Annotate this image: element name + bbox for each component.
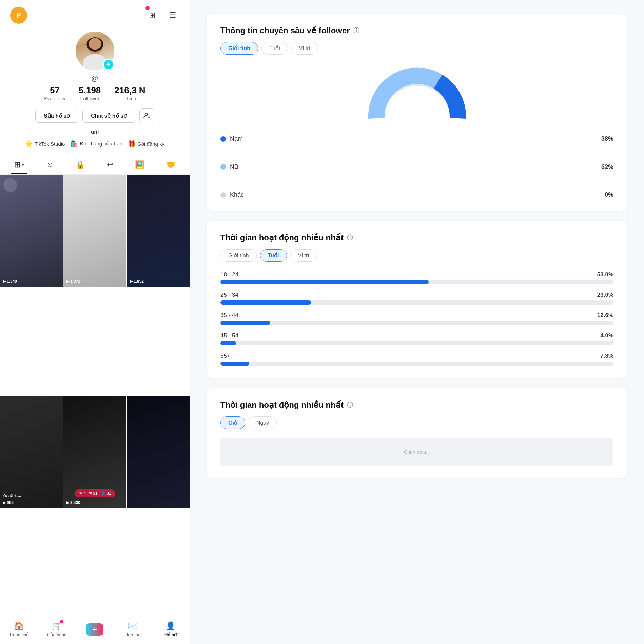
bar-track-25-34 [220, 300, 613, 305]
subscription-icon: 🎁 [128, 140, 135, 148]
nav-home[interactable]: 🏠 Trang chủ [5, 621, 33, 637]
share-icon: ↩ [107, 160, 113, 169]
follower-label: Follower [80, 96, 99, 101]
video-thumb-6[interactable] [127, 396, 190, 508]
activity-age-title: Thời gian hoạt động nhiều nhất ⓘ [220, 233, 613, 242]
tab-repost[interactable]: ☺ [43, 156, 57, 174]
bar-fill-25-34 [220, 300, 311, 305]
filter-day-tab[interactable]: Ngày [249, 416, 277, 429]
left-panel: P ⊞ ☰ + @ [0, 0, 190, 644]
info-icon-2: ⓘ [347, 234, 353, 242]
activity-gender-tab[interactable]: Giới tính [220, 249, 257, 262]
avatar-wrapper: + [75, 31, 115, 71]
male-label: Nam [230, 135, 243, 142]
avatar-plus-button[interactable]: + [103, 59, 114, 70]
bar-track-35-44 [220, 321, 613, 325]
follower-filter-tabs: Giới tính Tuổi Vị trí [220, 42, 613, 55]
studio-icon: ⭐ [25, 140, 33, 148]
activity-age-tab[interactable]: Tuổi [260, 249, 287, 262]
play-count-3: 1.852 [134, 279, 144, 284]
shop-icon-wrapper: 🛒 [52, 621, 62, 631]
age-header-45-54: 45 - 54 4.0% [220, 332, 613, 339]
top-bar-right: ⊞ ☰ [145, 8, 179, 22]
share-profile-button[interactable]: Chia sẻ hồ sơ [82, 109, 135, 123]
play-icon-3: ▶ [130, 279, 133, 284]
studio-label: TikTok Studio [35, 141, 65, 147]
follower-info-card: Thông tin chuyên sâu về follower ⓘ Giới … [207, 14, 627, 211]
action-buttons: Sửa hồ sơ Chia sẻ hồ sơ [35, 108, 154, 123]
menu-icon[interactable]: ☰ [166, 8, 179, 22]
activity-hours-title: Thời gian hoạt động nhiều nhất ⓘ [220, 400, 613, 410]
profile-icon: 👤 [165, 621, 176, 631]
overlay-views: 👁 7 [78, 491, 85, 496]
age-bar-18-24: 18 - 24 53.0% [220, 271, 613, 284]
tabs-row: ⊞ ▾ ☺ 🔒 ↩ 🖼️ 🤝 [0, 156, 190, 175]
repost-icon: ☺ [46, 160, 54, 169]
nav-inbox[interactable]: ✉️ Hộp thư [119, 621, 146, 637]
p-icon[interactable]: P [10, 7, 27, 24]
gender-legend: Nam 38% Nữ 62% Khác 0% [220, 135, 613, 198]
tiktok-studio-link[interactable]: ⭐ TikTok Studio [25, 140, 65, 148]
video-thumb-2[interactable]: ▶ 1.072 [63, 175, 126, 287]
filter-hour-tab[interactable]: Giờ [220, 416, 245, 429]
male-pct: 38% [601, 135, 613, 142]
photo-icon: 🖼️ [135, 160, 144, 169]
legend-other: Khác 0% [220, 191, 613, 198]
legend-male: Nam 38% [220, 135, 613, 142]
age-bar-55plus: 55+ 7.3% [220, 353, 613, 366]
age-header-55plus: 55+ 7.3% [220, 353, 613, 359]
subscription-link[interactable]: 🎁 Gói đăng ký [128, 140, 164, 148]
age-header-18-24: 18 - 24 53.0% [220, 271, 613, 278]
home-icon: 🏠 [14, 621, 24, 631]
likes-count: 216,3 N [114, 85, 145, 96]
calendar-icon[interactable]: ⊞ [145, 8, 159, 22]
female-dot [220, 164, 226, 170]
plus-button[interactable]: + [86, 623, 103, 636]
female-pct: 62% [601, 163, 613, 171]
overlay-likes: ❤ 91 [89, 491, 97, 496]
nav-shop[interactable]: 🛒 Cửa hàng [43, 621, 71, 637]
donut-chart [363, 64, 471, 125]
tab-photo[interactable]: 🖼️ [132, 156, 148, 174]
following-count: 57 [50, 85, 60, 96]
age-bar-25-34: 25 - 34 23.0% [220, 292, 613, 305]
filter-age-tab[interactable]: Tuổi [261, 42, 288, 55]
age-header-35-44: 35 - 44 12.6% [220, 312, 613, 319]
filter-gender-tab[interactable]: Giới tính [220, 42, 258, 55]
video-thumb-1[interactable]: ▶ 1.340 [0, 175, 63, 287]
tab-collab[interactable]: 🤝 [163, 156, 179, 174]
tab-share[interactable]: ↩ [103, 156, 116, 174]
other-dot [220, 192, 226, 198]
tab-private[interactable]: 🔒 [72, 156, 88, 174]
likes-label: Thích [123, 96, 136, 101]
bar-fill-18-24 [220, 280, 429, 284]
nav-plus[interactable]: + [81, 623, 108, 636]
hours-filter-tabs: Giờ Ngày [220, 416, 613, 429]
activity-hours-card: Thời gian hoạt động nhiều nhất ⓘ Giờ Ngà… [207, 388, 627, 478]
play-count-1: 1.340 [7, 279, 17, 284]
play-count-4: 955 [7, 500, 14, 505]
legend-divider-1 [220, 153, 613, 153]
video-thumb-5[interactable]: ▶ 3.430 👁 7 ❤ 91 👤 31 [63, 396, 126, 508]
tab-grid[interactable]: ⊞ ▾ [11, 156, 27, 174]
video-thumb-3[interactable]: ▶ 1.852 [127, 175, 190, 287]
other-label: Khác [230, 191, 244, 198]
nav-profile[interactable]: 👤 Hồ sơ [157, 621, 184, 637]
age-pct-45-54: 4.0% [600, 332, 613, 339]
follower-info-title: Thông tin chuyên sâu về follower ⓘ [220, 26, 613, 35]
activity-age-card: Thời gian hoạt động nhiều nhất ⓘ Giới tí… [207, 221, 627, 378]
collab-icon: 🤝 [166, 160, 175, 169]
age-pct-18-24: 53.0% [597, 271, 613, 278]
age-bar-45-54: 45 - 54 4.0% [220, 332, 613, 345]
activity-location-tab[interactable]: Vị trí [290, 249, 317, 262]
legend-male-left: Nam [220, 135, 243, 142]
legend-other-left: Khác [220, 191, 244, 198]
add-friend-button[interactable] [139, 108, 154, 123]
female-label: Nữ [230, 163, 238, 171]
video-thumb-4[interactable]: ▶ 955 Và thể là..... [0, 396, 63, 508]
orders-link[interactable]: 🛍️ Đơn hàng của bạn [70, 140, 122, 148]
filter-location-tab[interactable]: Vị trí [291, 42, 318, 55]
lock-icon: 🔒 [76, 160, 85, 169]
age-pct-55plus: 7.3% [600, 353, 613, 359]
edit-profile-button[interactable]: Sửa hồ sơ [35, 109, 78, 123]
